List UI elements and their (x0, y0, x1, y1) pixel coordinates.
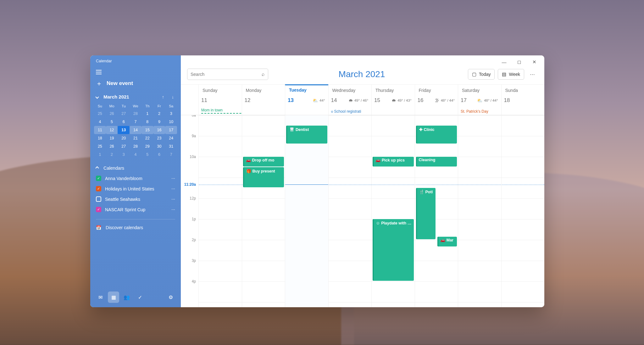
calendar-event[interactable]: 🎁Buy present (243, 167, 284, 187)
mini-cal-day[interactable]: 19 (106, 134, 118, 142)
calendar-checkbox[interactable] (96, 196, 101, 202)
mini-calendar[interactable]: SuMoTuWeThFrSa25262728123456789101112131… (90, 102, 181, 162)
mini-cal-day[interactable]: 16 (153, 126, 165, 134)
calendar-event[interactable]: Cleaning (416, 157, 457, 167)
month-prev-button[interactable]: ↑ (161, 94, 165, 99)
day-column[interactable]: 🦷Dentist (285, 115, 328, 307)
mini-cal-day[interactable]: 7 (130, 118, 142, 126)
day-column[interactable] (328, 115, 372, 307)
mini-cal-day[interactable]: 15 (142, 126, 153, 134)
calendar-more-button[interactable]: ⋯ (171, 207, 176, 212)
calendar-checkbox[interactable]: ✓ (96, 186, 101, 191)
hamburger-button[interactable] (90, 67, 181, 77)
date-cell[interactable]: 11Mom in town (198, 96, 242, 115)
mini-cal-day[interactable]: 4 (94, 118, 106, 126)
date-cell[interactable]: 12 (242, 96, 285, 115)
date-cell[interactable]: 15🌧49° / 43° (371, 96, 415, 115)
mini-cal-day[interactable]: 27 (118, 142, 130, 150)
calendar-event[interactable]: 🚗Mar (437, 237, 457, 246)
day-header[interactable]: Friday (415, 85, 458, 96)
calendar-item[interactable]: Seattle Seahawks⋯ (93, 194, 178, 204)
close-button[interactable]: ✕ (527, 57, 541, 67)
date-cell[interactable]: 17⛅48° / 44°St. Patrick's Day (458, 96, 501, 115)
day-header[interactable]: Thursday (371, 85, 415, 96)
day-header[interactable]: Sunday (198, 85, 242, 96)
calendar-event[interactable]: ✚Clinic (416, 126, 457, 144)
mini-cal-day[interactable]: 18 (94, 134, 106, 142)
day-column[interactable]: 🚗Pick up pics☺Playdate with Brandon (371, 115, 415, 307)
week-grid[interactable]: 8a9a10a12p1p2p3p4p11:20a 🚗Drop off mo🎁Bu… (181, 115, 544, 307)
mini-cal-day[interactable]: 2 (106, 150, 118, 159)
calendar-more-button[interactable]: ⋯ (171, 176, 176, 181)
settings-button[interactable]: ⚙ (165, 291, 176, 303)
all-day-event[interactable]: Mom in town (201, 108, 242, 114)
calendar-checkbox[interactable]: ✓ (96, 176, 101, 181)
todo-app-button[interactable]: ✓ (134, 291, 146, 303)
calendar-more-button[interactable]: ⋯ (171, 197, 176, 201)
calendar-event[interactable]: 🚗Pick up pics (373, 157, 414, 167)
mini-cal-day[interactable]: 27 (118, 110, 130, 118)
all-day-event[interactable]: St. Patrick's Day (461, 109, 499, 114)
calendar-app-button[interactable]: ▦ (108, 291, 119, 303)
date-cell[interactable]: 18 (501, 96, 545, 115)
mini-cal-day[interactable]: 3 (165, 110, 177, 118)
mini-cal-day[interactable]: 1 (142, 110, 153, 118)
mini-cal-day[interactable]: 2 (153, 110, 165, 118)
calendar-checkbox[interactable]: ✓ (96, 207, 101, 212)
mini-cal-day[interactable]: 5 (106, 118, 118, 126)
new-event-button[interactable]: ＋ New event (90, 77, 181, 92)
calendar-more-button[interactable]: ⋯ (171, 187, 176, 191)
mini-cal-day[interactable]: 21 (130, 134, 142, 142)
all-day-event[interactable]: School registrati (331, 109, 369, 114)
mini-cal-day[interactable]: 26 (106, 142, 118, 150)
mini-cal-day[interactable]: 1 (94, 150, 106, 159)
calendar-item[interactable]: ✓Anna Vanderbloom⋯ (93, 173, 178, 184)
search-box[interactable]: ⌕ (187, 69, 268, 80)
day-header[interactable]: Saturday (458, 85, 501, 96)
maximize-button[interactable]: ◻ (512, 57, 526, 67)
people-app-button[interactable]: 👥 (121, 291, 132, 303)
calendar-event[interactable]: 🚗Drop off mo (243, 157, 284, 167)
mini-cal-day[interactable]: 8 (142, 118, 153, 126)
mini-cal-day[interactable]: 9 (153, 118, 165, 126)
calendar-item[interactable]: ✓NASCAR Sprint Cup⋯ (93, 204, 178, 215)
day-column[interactable] (198, 115, 242, 307)
calendars-section-header[interactable]: Calendars (90, 162, 181, 173)
mini-cal-day[interactable]: 11 (94, 126, 106, 134)
mini-cal-day[interactable]: 30 (153, 142, 165, 150)
calendar-event[interactable]: 🍴Potl (416, 188, 436, 239)
month-next-button[interactable]: ↓ (170, 94, 175, 99)
mini-cal-day[interactable]: 23 (153, 134, 165, 142)
day-header[interactable]: Wednesday (328, 85, 372, 96)
mini-calendar-header[interactable]: March 2021 ↑ ↓ (90, 92, 181, 102)
date-cell[interactable]: 14🌧49° / 46°School registrati (328, 96, 372, 115)
discover-calendars-button[interactable]: 📅 Discover calendars (90, 223, 181, 233)
mini-cal-day[interactable]: 5 (142, 150, 153, 159)
day-column[interactable] (458, 115, 501, 307)
day-header[interactable]: Tuesday (285, 84, 328, 96)
calendar-event[interactable]: ☺Playdate with Brandon (373, 219, 414, 281)
search-input[interactable] (191, 72, 262, 77)
mini-cal-day[interactable]: 7 (165, 150, 177, 159)
mini-cal-day[interactable]: 28 (130, 110, 142, 118)
day-column[interactable] (501, 115, 545, 307)
day-header[interactable]: Monday (242, 85, 285, 96)
toolbar-more-button[interactable]: ⋯ (527, 71, 538, 77)
mini-cal-day[interactable]: 6 (153, 150, 165, 159)
mini-cal-day[interactable]: 22 (142, 134, 153, 142)
mini-cal-day[interactable]: 24 (165, 134, 177, 142)
mini-cal-day[interactable]: 25 (94, 142, 106, 150)
mini-cal-day[interactable]: 6 (118, 118, 130, 126)
mini-cal-day[interactable]: 26 (106, 110, 118, 118)
mini-cal-day[interactable]: 31 (165, 142, 177, 150)
calendar-event[interactable]: 🦷Dentist (286, 126, 327, 144)
date-cell[interactable]: 13⛅44° (285, 96, 328, 115)
mini-cal-day[interactable]: 25 (94, 110, 106, 118)
mini-cal-day[interactable]: 17 (165, 126, 177, 134)
day-column[interactable]: ✚ClinicCleaning🍴Potl🚗Mar (415, 115, 458, 307)
mini-cal-day[interactable]: 14 (130, 126, 142, 134)
mini-cal-day[interactable]: 4 (130, 150, 142, 159)
today-button[interactable]: ▢ Today (468, 69, 495, 80)
mini-cal-day[interactable]: 12 (106, 126, 118, 134)
mini-cal-day[interactable]: 3 (118, 150, 130, 159)
